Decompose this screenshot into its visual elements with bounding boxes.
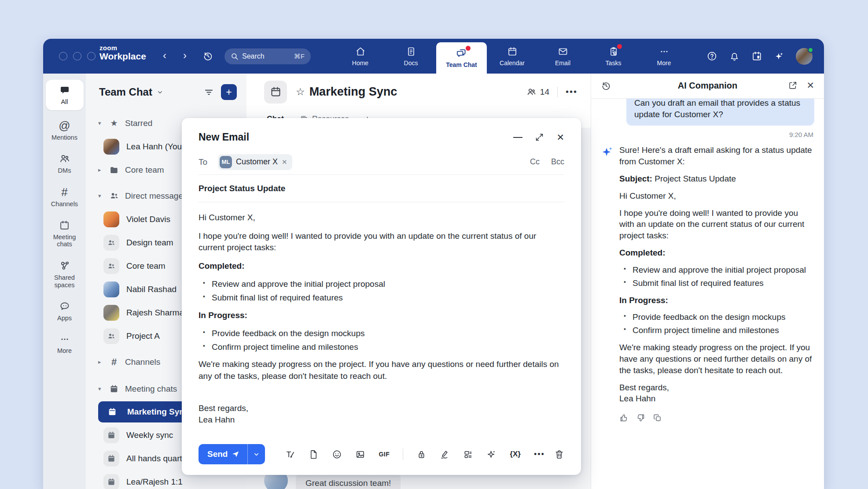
recipient-chip[interactable]: ML Customer X ✕ — [218, 154, 292, 170]
bcc-button[interactable]: Bcc — [551, 157, 564, 167]
apps-bubble-icon — [59, 300, 70, 312]
calendar-icon — [59, 220, 70, 231]
divider — [557, 87, 558, 97]
back-icon[interactable]: ‹ — [163, 49, 166, 62]
encrypt-lock-icon[interactable]: E — [416, 449, 427, 459]
recipient-avatar: ML — [220, 156, 232, 168]
rail-meeting-chats[interactable]: Meeting chats — [46, 220, 84, 248]
open-in-new-icon[interactable] — [788, 81, 798, 90]
channel-header: ☆ Marketing Sync 14 ••• — [246, 74, 591, 110]
ai-panel-header: AI Companion ✕ — [591, 74, 824, 99]
notifications-bell-icon[interactable] — [729, 51, 740, 62]
history-icon[interactable] — [202, 51, 213, 62]
close-icon[interactable]: ✕ — [556, 133, 564, 142]
message-timestamp: 9:20 AM — [602, 131, 813, 138]
channel-more-icon[interactable]: ••• — [566, 87, 577, 97]
rail-dms[interactable]: DMs — [46, 153, 84, 174]
hash-icon: # — [61, 186, 67, 198]
avatar — [103, 211, 119, 227]
rail-mentions[interactable]: @ Mentions — [46, 120, 84, 141]
rail-channels[interactable]: # Channels — [46, 186, 84, 208]
filter-icon[interactable] — [204, 87, 214, 97]
thumbs-down-icon[interactable] — [636, 413, 645, 422]
ai-companion-sparkle-icon[interactable] — [774, 51, 784, 62]
ai-signature: Best regards, Lea Hahn — [619, 382, 814, 405]
send-button[interactable]: Send — [199, 444, 247, 464]
subject-input[interactable]: Project Status Update — [199, 175, 564, 202]
group-icon — [103, 258, 119, 274]
home-icon — [355, 46, 366, 57]
calendar-icon — [103, 427, 119, 443]
group-icon — [103, 328, 119, 344]
nav-email[interactable]: Email — [537, 39, 588, 74]
more-icon — [659, 46, 669, 57]
ai-sparkle-icon[interactable] — [486, 449, 497, 459]
nav-home[interactable]: Home — [335, 39, 386, 74]
user-avatar[interactable] — [796, 48, 813, 65]
emoji-icon[interactable] — [332, 449, 342, 459]
logo-zoom: zoom — [99, 44, 146, 52]
ai-greeting: Hi Customer X, — [619, 190, 814, 202]
text-format-icon[interactable] — [285, 449, 295, 459]
cc-button[interactable]: Cc — [530, 157, 540, 167]
list-item: Provide feedback on the design mockups — [202, 328, 564, 340]
caret-down-icon: ▾ — [98, 193, 104, 199]
nav-calendar[interactable]: Calendar — [487, 39, 537, 74]
close-icon[interactable]: ✕ — [806, 81, 814, 90]
search-placeholder: Search — [242, 52, 265, 60]
rail-shared-spaces[interactable]: Shared spaces — [46, 260, 84, 289]
gif-icon[interactable]: GIF — [379, 451, 390, 458]
calendar-icon — [507, 46, 518, 57]
signature-icon[interactable] — [440, 449, 450, 459]
rail-more[interactable]: More — [46, 334, 84, 355]
rail-all[interactable]: All — [46, 80, 84, 110]
remove-recipient-icon[interactable]: ✕ — [282, 158, 287, 166]
send-plane-icon — [232, 450, 239, 458]
ai-subject-line: Subject: Project Status Update — [619, 173, 814, 185]
ai-companion-panel: AI Companion ✕ Can you draft an email th… — [591, 74, 824, 489]
nav-docs[interactable]: Docs — [386, 39, 436, 74]
favorite-star-icon[interactable]: ☆ — [296, 86, 305, 98]
new-chat-button[interactable]: + — [221, 84, 237, 100]
nav-team-chat[interactable]: Team Chat — [436, 42, 487, 74]
nav-more[interactable]: More — [639, 39, 689, 74]
copy-icon[interactable] — [653, 413, 662, 422]
email-body-editor[interactable]: Hi Customer X, I hope you're doing well!… — [182, 202, 581, 426]
expand-icon[interactable] — [535, 133, 544, 142]
chevron-down-icon[interactable] — [157, 89, 163, 96]
image-icon[interactable] — [355, 449, 365, 459]
template-icon[interactable] — [463, 449, 473, 459]
ai-paragraph: We're making steady progress on the proj… — [619, 342, 814, 376]
ai-conversation[interactable]: Can you draft an email that provides a s… — [591, 99, 824, 489]
search-icon — [231, 52, 239, 60]
folder-icon — [109, 165, 119, 175]
variables-icon[interactable]: {X} — [510, 450, 521, 459]
sidebar-title[interactable]: Team Chat — [99, 86, 152, 98]
people-icon — [59, 153, 70, 164]
window-traffic-lights[interactable] — [59, 52, 96, 60]
nav-tasks[interactable]: Tasks — [588, 39, 639, 74]
more-options-icon[interactable]: ••• — [534, 450, 545, 459]
discard-trash-icon[interactable] — [554, 449, 564, 459]
forward-icon[interactable]: › — [183, 49, 187, 62]
ellipsis-icon — [59, 334, 70, 345]
ai-paragraph: I hope you're doing well! I wanted to pr… — [619, 207, 814, 241]
rail-apps[interactable]: Apps — [46, 300, 84, 322]
help-icon[interactable] — [706, 51, 717, 62]
attach-file-icon[interactable] — [309, 449, 319, 459]
calendar-icon — [103, 451, 119, 467]
calendar-date-icon[interactable] — [751, 51, 762, 62]
list-item: Confirm project timeline and milestones — [623, 325, 814, 336]
members-count[interactable]: 14 — [526, 87, 549, 97]
avatar — [103, 282, 119, 297]
search-input[interactable]: Search ⌘F — [224, 48, 311, 64]
star-icon: ★ — [109, 118, 119, 128]
minimize-icon[interactable] — [513, 137, 522, 138]
send-options-button[interactable] — [247, 444, 265, 464]
docs-icon — [406, 46, 416, 57]
channel-calendar-icon — [264, 81, 287, 104]
divider — [403, 448, 403, 460]
avatar — [103, 305, 119, 321]
email-greeting: Hi Customer X, — [199, 212, 564, 224]
thumbs-up-icon[interactable] — [619, 413, 629, 422]
